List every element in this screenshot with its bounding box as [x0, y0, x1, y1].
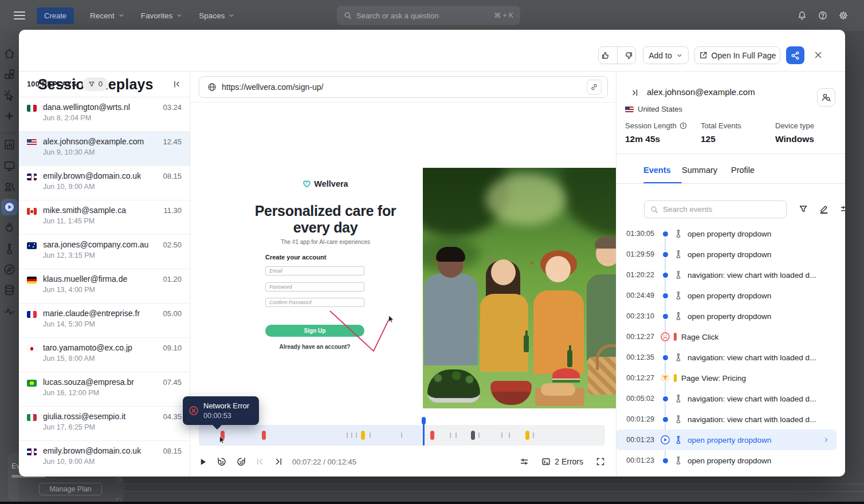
site-confirm-password-field[interactable]: Confirm Password — [265, 298, 364, 307]
global-search-input[interactable]: Search or ask a question ⌘ + K — [337, 6, 520, 25]
user-lookup-button[interactable] — [817, 88, 835, 107]
timeline-tick-marker[interactable] — [509, 432, 510, 438]
menu-favorites[interactable]: Favorites — [141, 11, 183, 20]
timeline-tick-marker[interactable] — [401, 432, 402, 438]
rail-pulse-icon[interactable] — [3, 305, 15, 317]
events-highlight-icon[interactable] — [819, 204, 828, 214]
country-flag-icon — [27, 345, 37, 352]
tab-summary[interactable]: Summary — [682, 166, 717, 175]
replay-list-item[interactable]: alex.johnson@example.com 12.45 Jun 9, 10… — [19, 132, 190, 166]
timeline-tick-marker[interactable] — [370, 432, 371, 438]
settings-gear-icon[interactable] — [839, 11, 848, 20]
skip-to-end-button[interactable] — [274, 457, 283, 466]
filter-count: 0 — [99, 80, 103, 88]
event-row[interactable]: 01:20:22 navigation: view chart with loa… — [616, 265, 845, 285]
replay-item-email: mike.smith@sample.ca — [43, 206, 126, 215]
close-icon[interactable] — [814, 50, 823, 60]
menu-spaces[interactable]: Spaces — [199, 11, 235, 20]
event-row[interactable]: 00:12:27 Rage Click — [616, 326, 845, 347]
timeline-tick-marker[interactable] — [478, 432, 480, 438]
replay-list-item[interactable]: marie.claude@entreprise.fr 05.00 Jun 14,… — [19, 304, 190, 338]
rail-monitor-icon[interactable] — [3, 160, 15, 172]
event-row[interactable]: 00:12:35 navigation: view chart with loa… — [616, 347, 845, 368]
timeline-tick-marker[interactable] — [455, 432, 457, 438]
timeline-tick-marker[interactable] — [450, 432, 451, 438]
timeline-tick-marker[interactable] — [533, 432, 534, 438]
rail-flask-icon[interactable] — [3, 243, 15, 255]
help-icon[interactable] — [818, 11, 827, 20]
event-row[interactable]: 00:23:10 open property dropdown — [616, 306, 845, 326]
event-row[interactable]: 00:01:23 open property dropdown — [616, 450, 845, 471]
timeline-tick-marker[interactable] — [351, 432, 352, 438]
timeline-event-marker[interactable] — [471, 431, 475, 440]
forward-10-button[interactable]: 10 — [236, 456, 246, 467]
replay-list-item[interactable]: emily.brown@domain.co.uk 08.15 Jun 10, 9… — [19, 441, 190, 475]
copy-link-button[interactable] — [587, 80, 602, 94]
replay-list-item[interactable]: giulia.rossi@esempio.it 04.35 Jun 17, 6:… — [19, 407, 190, 441]
playback-settings-icon[interactable] — [520, 457, 529, 466]
timeline-tick-marker[interactable] — [501, 432, 502, 438]
thumbs-up-button[interactable] — [599, 47, 613, 64]
rail-sparkle-icon[interactable] — [3, 110, 15, 122]
fullscreen-icon[interactable] — [596, 457, 605, 466]
timeline-playhead[interactable] — [423, 418, 425, 446]
replay-timeline[interactable] — [199, 425, 605, 446]
expand-panel-icon[interactable] — [630, 88, 639, 97]
timeline-pageview-marker[interactable] — [361, 431, 365, 440]
rail-home-icon[interactable] — [3, 48, 15, 60]
site-signup-button[interactable]: Sign Up — [265, 325, 364, 337]
site-password-field[interactable]: Password — [265, 282, 364, 292]
events-settings-icon[interactable] — [840, 204, 845, 214]
skip-to-start-button[interactable] — [256, 457, 265, 466]
timeline-error-marker[interactable] — [430, 431, 434, 440]
timeline-tick-marker[interactable] — [347, 432, 348, 438]
event-dot — [663, 458, 668, 463]
event-row[interactable]: 00:01:23 open property dropdown — [616, 430, 836, 450]
rail-cursor-click-icon[interactable] — [3, 89, 15, 101]
play-button[interactable] — [199, 458, 207, 466]
rail-flame-icon[interactable] — [3, 222, 15, 234]
rail-cubes-icon[interactable] — [3, 68, 15, 80]
rail-chart-bar-icon[interactable] — [3, 139, 15, 151]
rewind-10-button[interactable]: 10 — [217, 456, 227, 467]
rail-users-icon[interactable] — [3, 180, 15, 192]
replay-list-item[interactable]: lucas.souza@empresa.br 07.45 Jun 16, 12:… — [19, 372, 190, 407]
collapse-panel-icon[interactable] — [172, 80, 182, 89]
event-row[interactable]: 01:30:05 open property dropdown — [616, 223, 845, 244]
timeline-pageview-marker[interactable] — [525, 431, 529, 440]
event-row[interactable]: 00:01:29 navigation: view chart with loa… — [616, 409, 845, 430]
add-to-button[interactable]: Add to — [643, 46, 689, 64]
rail-database-icon[interactable] — [3, 284, 15, 296]
rail-play-circle-icon[interactable] — [3, 201, 15, 213]
replay-list-item[interactable]: klaus.mueller@firma.de 01.20 Jun 13, 4:0… — [19, 269, 190, 304]
replay-list-item[interactable]: taro.yamamoto@ex.co.jp 09.10 Jun 15, 8:0… — [19, 338, 190, 372]
console-errors-button[interactable]: 2 Errors — [541, 457, 583, 466]
events-filter-icon[interactable] — [799, 204, 808, 214]
replay-list-item[interactable]: emily.brown@domain.co.uk 08.15 Jun 10, 9… — [19, 166, 190, 200]
info-icon[interactable] — [680, 122, 687, 129]
rail-compass-icon[interactable] — [3, 263, 15, 275]
tab-events[interactable]: Events — [643, 166, 671, 175]
replay-filter-chip[interactable]: 0 — [83, 77, 108, 91]
search-events-input[interactable]: Search events — [644, 200, 787, 218]
site-email-field[interactable]: Email — [265, 266, 364, 275]
create-button[interactable]: Create — [37, 7, 74, 24]
event-row[interactable]: 00:24:49 open property dropdown — [616, 285, 845, 306]
manage-plan-button[interactable]: Manage Plan — [39, 483, 102, 495]
menu-recent[interactable]: Recent — [90, 11, 125, 20]
open-in-full-page-button[interactable]: Open In Full Page — [694, 46, 780, 64]
hamburger-menu-icon[interactable] — [14, 11, 25, 19]
tab-profile[interactable]: Profile — [731, 166, 755, 175]
replay-list-item[interactable]: dana.wellington@wrts.nl 03.24 Jun 8, 2:0… — [19, 97, 190, 132]
site-signin-link[interactable]: Already have an account? — [265, 344, 364, 350]
timeline-error-marker[interactable] — [262, 431, 266, 440]
thumbs-down-button[interactable] — [621, 47, 635, 64]
event-row[interactable]: 00:12:27 Page View: Pricing — [616, 368, 845, 388]
replay-list-item[interactable]: sara.jones@company.com.au 02.50 Jun 12, … — [19, 235, 190, 269]
event-row[interactable]: 00:05:02 navigation: view chart with loa… — [616, 388, 845, 409]
notifications-bell-icon[interactable] — [798, 11, 807, 20]
share-button[interactable] — [786, 46, 804, 64]
event-row[interactable]: 01:29:59 open property dropdown — [616, 244, 845, 265]
link-icon — [590, 83, 598, 91]
replay-list-item[interactable]: mike.smith@sample.ca 11.30 Jun 11, 1:45 … — [19, 200, 190, 235]
